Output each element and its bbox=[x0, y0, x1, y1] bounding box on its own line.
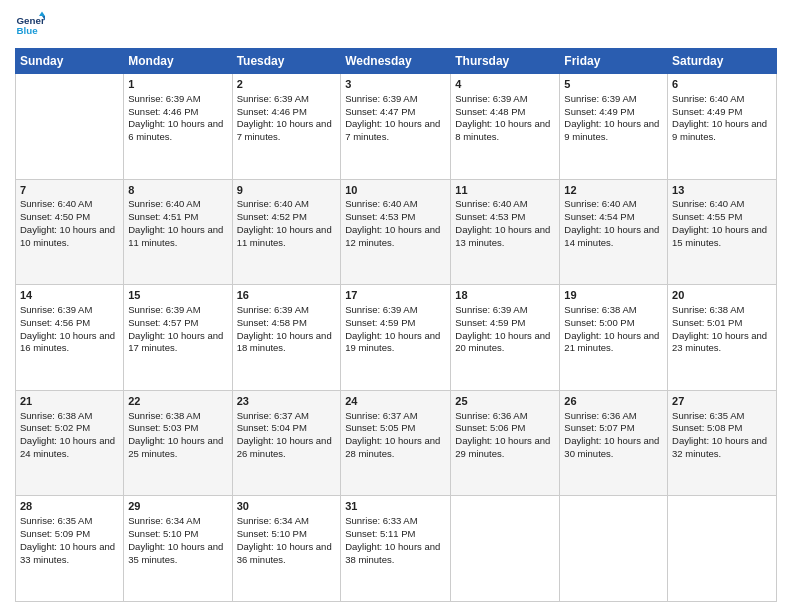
calendar-cell: 3Sunrise: 6:39 AMSunset: 4:47 PMDaylight… bbox=[341, 74, 451, 180]
day-number: 6 bbox=[672, 77, 772, 92]
daylight-text: Daylight: 10 hours and 12 minutes. bbox=[345, 224, 440, 248]
day-number: 30 bbox=[237, 499, 337, 514]
logo: General Blue bbox=[15, 10, 45, 40]
day-number: 23 bbox=[237, 394, 337, 409]
sunrise-text: Sunrise: 6:39 AM bbox=[20, 304, 92, 315]
daylight-text: Daylight: 10 hours and 33 minutes. bbox=[20, 541, 115, 565]
daylight-text: Daylight: 10 hours and 16 minutes. bbox=[20, 330, 115, 354]
day-number: 29 bbox=[128, 499, 227, 514]
sunset-text: Sunset: 4:59 PM bbox=[345, 317, 415, 328]
sunset-text: Sunset: 4:46 PM bbox=[237, 106, 307, 117]
day-number: 13 bbox=[672, 183, 772, 198]
day-number: 2 bbox=[237, 77, 337, 92]
col-header-thursday: Thursday bbox=[451, 49, 560, 74]
day-number: 18 bbox=[455, 288, 555, 303]
sunset-text: Sunset: 5:09 PM bbox=[20, 528, 90, 539]
calendar-cell: 28Sunrise: 6:35 AMSunset: 5:09 PMDayligh… bbox=[16, 496, 124, 602]
col-header-sunday: Sunday bbox=[16, 49, 124, 74]
calendar-cell: 16Sunrise: 6:39 AMSunset: 4:58 PMDayligh… bbox=[232, 285, 341, 391]
day-number: 27 bbox=[672, 394, 772, 409]
sunset-text: Sunset: 4:58 PM bbox=[237, 317, 307, 328]
day-number: 19 bbox=[564, 288, 663, 303]
sunrise-text: Sunrise: 6:39 AM bbox=[237, 93, 309, 104]
calendar-week-row: 21Sunrise: 6:38 AMSunset: 5:02 PMDayligh… bbox=[16, 390, 777, 496]
sunset-text: Sunset: 4:46 PM bbox=[128, 106, 198, 117]
calendar-cell: 12Sunrise: 6:40 AMSunset: 4:54 PMDayligh… bbox=[560, 179, 668, 285]
day-number: 1 bbox=[128, 77, 227, 92]
sunrise-text: Sunrise: 6:37 AM bbox=[237, 410, 309, 421]
daylight-text: Daylight: 10 hours and 18 minutes. bbox=[237, 330, 332, 354]
sunrise-text: Sunrise: 6:40 AM bbox=[345, 198, 417, 209]
calendar-cell: 19Sunrise: 6:38 AMSunset: 5:00 PMDayligh… bbox=[560, 285, 668, 391]
calendar-cell: 25Sunrise: 6:36 AMSunset: 5:06 PMDayligh… bbox=[451, 390, 560, 496]
sunrise-text: Sunrise: 6:40 AM bbox=[20, 198, 92, 209]
calendar-cell: 6Sunrise: 6:40 AMSunset: 4:49 PMDaylight… bbox=[668, 74, 777, 180]
daylight-text: Daylight: 10 hours and 19 minutes. bbox=[345, 330, 440, 354]
daylight-text: Daylight: 10 hours and 28 minutes. bbox=[345, 435, 440, 459]
daylight-text: Daylight: 10 hours and 25 minutes. bbox=[128, 435, 223, 459]
sunset-text: Sunset: 4:50 PM bbox=[20, 211, 90, 222]
calendar-cell: 18Sunrise: 6:39 AMSunset: 4:59 PMDayligh… bbox=[451, 285, 560, 391]
sunset-text: Sunset: 4:51 PM bbox=[128, 211, 198, 222]
col-header-saturday: Saturday bbox=[668, 49, 777, 74]
sunset-text: Sunset: 5:00 PM bbox=[564, 317, 634, 328]
sunset-text: Sunset: 4:57 PM bbox=[128, 317, 198, 328]
calendar-cell: 30Sunrise: 6:34 AMSunset: 5:10 PMDayligh… bbox=[232, 496, 341, 602]
day-number: 8 bbox=[128, 183, 227, 198]
sunset-text: Sunset: 4:56 PM bbox=[20, 317, 90, 328]
sunset-text: Sunset: 5:10 PM bbox=[128, 528, 198, 539]
page-header: General Blue bbox=[15, 10, 777, 40]
daylight-text: Daylight: 10 hours and 32 minutes. bbox=[672, 435, 767, 459]
daylight-text: Daylight: 10 hours and 17 minutes. bbox=[128, 330, 223, 354]
daylight-text: Daylight: 10 hours and 11 minutes. bbox=[237, 224, 332, 248]
calendar-cell bbox=[668, 496, 777, 602]
calendar-table: SundayMondayTuesdayWednesdayThursdayFrid… bbox=[15, 48, 777, 602]
sunrise-text: Sunrise: 6:38 AM bbox=[564, 304, 636, 315]
day-number: 21 bbox=[20, 394, 119, 409]
day-number: 3 bbox=[345, 77, 446, 92]
daylight-text: Daylight: 10 hours and 14 minutes. bbox=[564, 224, 659, 248]
calendar-cell: 24Sunrise: 6:37 AMSunset: 5:05 PMDayligh… bbox=[341, 390, 451, 496]
calendar-cell: 13Sunrise: 6:40 AMSunset: 4:55 PMDayligh… bbox=[668, 179, 777, 285]
svg-text:General: General bbox=[17, 15, 46, 26]
daylight-text: Daylight: 10 hours and 30 minutes. bbox=[564, 435, 659, 459]
day-number: 17 bbox=[345, 288, 446, 303]
svg-text:Blue: Blue bbox=[17, 25, 39, 36]
sunrise-text: Sunrise: 6:40 AM bbox=[237, 198, 309, 209]
sunset-text: Sunset: 4:49 PM bbox=[672, 106, 742, 117]
day-number: 28 bbox=[20, 499, 119, 514]
sunset-text: Sunset: 4:53 PM bbox=[455, 211, 525, 222]
calendar-cell: 15Sunrise: 6:39 AMSunset: 4:57 PMDayligh… bbox=[124, 285, 232, 391]
sunrise-text: Sunrise: 6:40 AM bbox=[564, 198, 636, 209]
sunrise-text: Sunrise: 6:39 AM bbox=[128, 304, 200, 315]
day-number: 14 bbox=[20, 288, 119, 303]
day-number: 16 bbox=[237, 288, 337, 303]
col-header-monday: Monday bbox=[124, 49, 232, 74]
sunrise-text: Sunrise: 6:37 AM bbox=[345, 410, 417, 421]
sunset-text: Sunset: 4:53 PM bbox=[345, 211, 415, 222]
calendar-cell: 10Sunrise: 6:40 AMSunset: 4:53 PMDayligh… bbox=[341, 179, 451, 285]
day-number: 25 bbox=[455, 394, 555, 409]
sunrise-text: Sunrise: 6:35 AM bbox=[672, 410, 744, 421]
calendar-cell: 1Sunrise: 6:39 AMSunset: 4:46 PMDaylight… bbox=[124, 74, 232, 180]
svg-marker-2 bbox=[39, 12, 45, 17]
day-number: 9 bbox=[237, 183, 337, 198]
sunrise-text: Sunrise: 6:40 AM bbox=[672, 198, 744, 209]
sunrise-text: Sunrise: 6:38 AM bbox=[672, 304, 744, 315]
calendar-cell: 31Sunrise: 6:33 AMSunset: 5:11 PMDayligh… bbox=[341, 496, 451, 602]
calendar-cell: 17Sunrise: 6:39 AMSunset: 4:59 PMDayligh… bbox=[341, 285, 451, 391]
sunset-text: Sunset: 5:10 PM bbox=[237, 528, 307, 539]
calendar-week-row: 1Sunrise: 6:39 AMSunset: 4:46 PMDaylight… bbox=[16, 74, 777, 180]
calendar-week-row: 28Sunrise: 6:35 AMSunset: 5:09 PMDayligh… bbox=[16, 496, 777, 602]
day-number: 20 bbox=[672, 288, 772, 303]
sunset-text: Sunset: 5:06 PM bbox=[455, 422, 525, 433]
sunset-text: Sunset: 5:11 PM bbox=[345, 528, 415, 539]
daylight-text: Daylight: 10 hours and 15 minutes. bbox=[672, 224, 767, 248]
calendar-week-row: 7Sunrise: 6:40 AMSunset: 4:50 PMDaylight… bbox=[16, 179, 777, 285]
sunrise-text: Sunrise: 6:40 AM bbox=[128, 198, 200, 209]
calendar-cell: 21Sunrise: 6:38 AMSunset: 5:02 PMDayligh… bbox=[16, 390, 124, 496]
sunrise-text: Sunrise: 6:40 AM bbox=[455, 198, 527, 209]
calendar-cell: 20Sunrise: 6:38 AMSunset: 5:01 PMDayligh… bbox=[668, 285, 777, 391]
calendar-cell: 9Sunrise: 6:40 AMSunset: 4:52 PMDaylight… bbox=[232, 179, 341, 285]
sunset-text: Sunset: 5:04 PM bbox=[237, 422, 307, 433]
